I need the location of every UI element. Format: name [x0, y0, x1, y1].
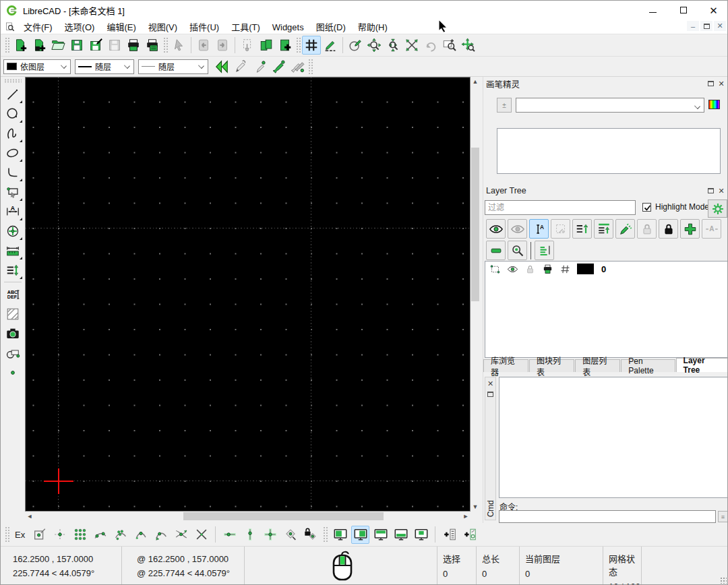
menu-tools[interactable]: 工具(T)	[225, 19, 266, 34]
scroll-left-arrow[interactable]: ◄	[25, 512, 34, 521]
layer-filter-input[interactable]	[485, 200, 636, 215]
horizontal-scrollbar[interactable]: ◄ ►	[25, 512, 471, 521]
color-combobox[interactable]: 依图层	[3, 59, 71, 74]
pen-wizard-combobox[interactable]	[516, 98, 704, 113]
restrict-horizontal-button[interactable]	[220, 526, 239, 544]
new-from-template-button[interactable]	[30, 36, 49, 55]
print-preview-button[interactable]	[143, 36, 162, 55]
zoom-out-button[interactable]	[384, 36, 402, 55]
zoom-in-button[interactable]	[365, 36, 384, 55]
pen-wizard-spin-button[interactable]: ±	[497, 98, 512, 113]
open-button[interactable]	[49, 36, 67, 55]
expand-tree-button[interactable]	[535, 241, 554, 260]
layer-color-swatch[interactable]	[577, 264, 594, 274]
layer-lock-icon[interactable]	[524, 264, 536, 275]
document-system-icon[interactable]	[5, 22, 15, 32]
copy-button[interactable]	[257, 36, 276, 55]
command-options-button[interactable]: ≡	[718, 511, 728, 522]
snap-intersection-button[interactable]	[172, 526, 190, 544]
menu-options[interactable]: 选项(O)	[59, 19, 101, 34]
sort-layers-button[interactable]	[572, 219, 592, 239]
copy-pen-button[interactable]	[269, 57, 288, 76]
dock-left-button[interactable]	[331, 526, 349, 544]
remove-layer-button[interactable]	[486, 241, 506, 260]
zoom-window-button[interactable]	[440, 36, 459, 55]
apply-pen-attributes-button[interactable]	[288, 57, 307, 76]
close-panel-button[interactable]: ✕	[716, 79, 727, 88]
add-layer-button[interactable]	[680, 219, 700, 239]
lock-all-layers-button[interactable]	[659, 219, 678, 239]
print-button[interactable]	[124, 36, 143, 55]
menu-file[interactable]: 文件(F)	[18, 19, 59, 34]
line-tools-button[interactable]	[3, 84, 23, 104]
layer-construction-icon[interactable]	[559, 264, 571, 275]
restrict-vertical-button[interactable]	[241, 526, 259, 544]
vertical-scrollbar-thumb[interactable]	[471, 148, 479, 301]
float-panel-button[interactable]	[705, 186, 716, 195]
snap-grid-button[interactable]	[51, 526, 69, 544]
horizontal-scrollbar-thumb[interactable]	[183, 512, 384, 520]
modify-tools-button[interactable]	[3, 221, 23, 241]
dock-float-button[interactable]	[412, 526, 430, 544]
zoom-pan-button[interactable]	[459, 36, 478, 55]
add-command-widget-button[interactable]	[440, 526, 458, 544]
snap-center-button[interactable]	[111, 526, 129, 544]
mdi-minimize-button[interactable]: –	[687, 21, 699, 31]
tab-library-browser[interactable]: 库浏览器	[483, 359, 528, 372]
minimize-button[interactable]	[638, 1, 668, 20]
show-all-layers-button[interactable]	[486, 219, 506, 239]
image-tool-button[interactable]	[3, 324, 23, 343]
scroll-up-arrow[interactable]: ▲	[471, 77, 480, 86]
block-tools-button[interactable]	[3, 343, 23, 363]
tab-layer-list[interactable]: 图层列表	[575, 359, 620, 372]
close-panel-button[interactable]: ✕	[485, 379, 495, 389]
snap-free-button[interactable]	[30, 526, 49, 544]
measure-tools-button[interactable]	[3, 241, 23, 260]
point-tool-button[interactable]	[3, 363, 23, 382]
curve-tools-button[interactable]	[3, 123, 23, 143]
menu-help[interactable]: 帮助(H)	[352, 19, 394, 34]
title-bar[interactable]: LibreCAD - [未命名文档 1] ✕	[1, 1, 728, 20]
layer-print-icon[interactable]	[542, 264, 553, 275]
ellipse-tools-button[interactable]	[3, 143, 23, 162]
layer-list[interactable]: 0	[485, 261, 728, 358]
mdi-restore-button[interactable]	[700, 21, 712, 31]
sort-to-top-button[interactable]	[594, 219, 613, 239]
close-button[interactable]: ✕	[698, 1, 728, 20]
drawing-canvas[interactable]	[25, 77, 471, 512]
pick-pen-from-entity-button[interactable]	[231, 57, 250, 76]
save-button[interactable]	[67, 36, 86, 55]
resize-grip[interactable]	[719, 576, 727, 584]
apply-pen-button[interactable]	[250, 57, 269, 76]
scroll-right-arrow[interactable]: ►	[461, 512, 471, 521]
set-relative-zero-button[interactable]	[281, 526, 299, 544]
float-panel-button[interactable]	[705, 79, 716, 88]
edit-layer-pen-button[interactable]	[615, 219, 635, 239]
back-button[interactable]	[212, 57, 231, 76]
layer-tree-settings-button[interactable]	[708, 199, 727, 218]
close-panel-button[interactable]: ✕	[716, 186, 727, 195]
pen-wizard-color-button[interactable]	[708, 100, 720, 109]
scroll-down-arrow[interactable]: ▼	[471, 502, 480, 512]
layer-row[interactable]: 0	[485, 261, 727, 276]
add-custom-widget-button[interactable]	[460, 526, 479, 544]
dock-top-button[interactable]	[371, 526, 390, 544]
snap-distance-button[interactable]	[152, 526, 170, 544]
hatch-tool-button[interactable]	[3, 304, 23, 324]
new-document-button[interactable]	[11, 36, 30, 55]
restrict-orthogonal-button[interactable]	[261, 526, 279, 544]
highlight-mode-checkbox[interactable]	[642, 203, 651, 212]
float-panel-button[interactable]	[485, 389, 495, 399]
grid-toggle-button[interactable]	[302, 36, 321, 55]
zoom-to-layer-button[interactable]	[508, 241, 527, 260]
select-tools-button[interactable]	[3, 182, 23, 202]
vertical-scrollbar[interactable]: ▲ ▼	[471, 77, 480, 512]
dimension-tools-button[interactable]: A	[3, 202, 23, 221]
rename-layer-button[interactable]: A	[529, 219, 549, 239]
selection-frame-icon[interactable]	[489, 264, 501, 275]
dock-bottom-button[interactable]	[392, 526, 410, 544]
menu-edit[interactable]: 编辑(E)	[100, 19, 142, 34]
command-history[interactable]	[499, 377, 728, 498]
pen-wizard-list[interactable]	[497, 128, 721, 174]
snap-auto-button[interactable]	[192, 526, 210, 544]
